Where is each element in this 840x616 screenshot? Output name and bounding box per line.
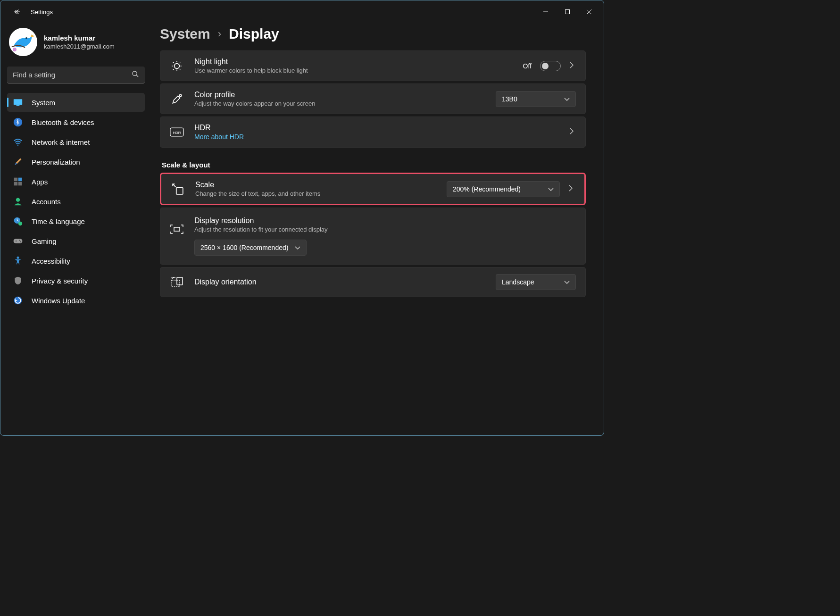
scale-icon — [171, 182, 185, 196]
color-profile-row[interactable]: Color profile Adjust the way colors appe… — [160, 83, 586, 114]
svg-point-17 — [16, 198, 20, 202]
svg-point-5 — [25, 37, 27, 39]
sidebar-item-label: Network & internet — [32, 138, 90, 146]
profile-block[interactable]: kamlesh kumar kamlesh2011@gmail.com — [7, 28, 145, 56]
svg-line-33 — [173, 62, 174, 63]
svg-point-12 — [17, 144, 19, 146]
orientation-icon — [170, 275, 184, 289]
svg-rect-14 — [18, 178, 22, 182]
titlebar: Settings — [0, 0, 604, 23]
resolution-value: 2560 × 1600 (Recommended) — [200, 244, 288, 251]
night-light-toggle[interactable] — [540, 61, 561, 71]
maximize-button[interactable] — [557, 4, 578, 19]
scale-dropdown[interactable]: 200% (Recommended) — [447, 181, 560, 197]
breadcrumb-parent[interactable]: System — [160, 26, 210, 42]
svg-line-35 — [173, 68, 174, 69]
sidebar-item-label: System — [32, 99, 55, 107]
svg-rect-40 — [176, 187, 183, 194]
system-icon — [13, 97, 23, 108]
update-icon — [13, 295, 23, 306]
hdr-row[interactable]: HDR HDR More about HDR — [160, 117, 586, 148]
chevron-right-icon[interactable] — [569, 127, 576, 137]
orientation-dropdown[interactable]: Landscape — [496, 274, 576, 290]
svg-rect-1 — [566, 10, 570, 14]
hdr-icon: HDR — [170, 125, 184, 139]
scale-title: Scale — [195, 181, 436, 189]
apps-icon — [13, 176, 23, 187]
svg-rect-42 — [171, 280, 180, 287]
gamepad-icon — [13, 236, 23, 246]
svg-point-26 — [17, 257, 19, 259]
sidebar: kamlesh kumar kamlesh2011@gmail.com Syst… — [0, 23, 151, 435]
close-button[interactable] — [578, 4, 600, 19]
breadcrumb-current: Display — [229, 26, 279, 42]
sidebar-item-label: Accounts — [32, 198, 61, 206]
resolution-sub: Adjust the resolution to fit your connec… — [194, 226, 576, 233]
profile-name: kamlesh kumar — [44, 34, 115, 42]
night-light-sub: Use warmer colors to help block blue lig… — [194, 67, 513, 74]
display-orientation-row[interactable]: Display orientation Landscape — [160, 267, 586, 297]
sidebar-item-network[interactable]: Network & internet — [7, 133, 145, 151]
resolution-dropdown[interactable]: 2560 × 1600 (Recommended) — [194, 240, 307, 256]
scale-value: 200% (Recommended) — [453, 185, 521, 193]
wifi-icon — [13, 137, 23, 147]
chevron-down-icon — [564, 95, 570, 103]
main-content: System › Display Night light Use warmer … — [151, 23, 604, 435]
orientation-title: Display orientation — [194, 278, 485, 286]
svg-rect-41 — [174, 227, 180, 231]
sidebar-item-apps[interactable]: Apps — [7, 172, 145, 191]
sidebar-item-windows-update[interactable]: Windows Update — [7, 291, 145, 310]
sidebar-item-bluetooth[interactable]: Bluetooth & devices — [7, 113, 145, 132]
svg-rect-10 — [17, 105, 20, 106]
search-input-wrapper[interactable] — [7, 67, 145, 83]
svg-point-6 — [13, 48, 17, 51]
svg-line-36 — [180, 62, 181, 63]
svg-point-7 — [133, 71, 137, 75]
sidebar-item-label: Apps — [32, 178, 48, 186]
hdr-title: HDR — [194, 124, 559, 132]
resolution-title: Display resolution — [194, 216, 576, 225]
sidebar-item-label: Time & language — [32, 217, 85, 225]
svg-rect-9 — [14, 99, 22, 105]
color-profile-dropdown[interactable]: 13B0 — [496, 91, 576, 107]
chevron-right-icon[interactable] — [569, 61, 576, 71]
svg-line-8 — [136, 75, 138, 77]
sidebar-item-personalization[interactable]: Personalization — [7, 152, 145, 171]
orientation-value: Landscape — [502, 278, 534, 286]
svg-rect-22 — [14, 239, 23, 243]
sidebar-item-privacy[interactable]: Privacy & security — [7, 271, 145, 290]
svg-rect-13 — [14, 178, 18, 182]
chevron-right-icon[interactable] — [568, 184, 575, 194]
color-profile-sub: Adjust the way colors appear on your scr… — [194, 100, 485, 107]
svg-point-28 — [175, 63, 180, 68]
color-profile-title: Color profile — [194, 91, 485, 99]
sidebar-item-accounts[interactable]: Accounts — [7, 192, 145, 211]
display-resolution-row[interactable]: Display resolution Adjust the resolution… — [160, 208, 586, 265]
chevron-right-icon: › — [218, 28, 221, 40]
sidebar-item-label: Gaming — [32, 237, 57, 245]
eyedropper-icon — [170, 92, 184, 106]
bluetooth-icon — [13, 117, 23, 127]
profile-email: kamlesh2011@gmail.com — [44, 43, 115, 50]
minimize-button[interactable] — [535, 4, 557, 19]
resolution-icon — [170, 222, 184, 236]
scale-row[interactable]: Scale Change the size of text, apps, and… — [160, 173, 586, 205]
sidebar-item-system[interactable]: System — [7, 93, 145, 112]
chevron-down-icon — [548, 185, 554, 193]
sidebar-item-label: Personalization — [32, 158, 80, 166]
back-button[interactable] — [13, 7, 22, 17]
chevron-down-icon — [295, 244, 300, 251]
sidebar-item-gaming[interactable]: Gaming — [7, 232, 145, 250]
svg-rect-15 — [14, 182, 18, 186]
sidebar-item-label: Privacy & security — [32, 277, 88, 285]
window-title: Settings — [31, 8, 53, 16]
night-light-row[interactable]: Night light Use warmer colors to help bl… — [160, 50, 586, 81]
color-profile-value: 13B0 — [502, 95, 517, 103]
sidebar-item-accessibility[interactable]: Accessibility — [7, 251, 145, 270]
sidebar-item-time-language[interactable]: Time & language — [7, 212, 145, 231]
search-icon — [132, 70, 139, 80]
search-input[interactable] — [13, 71, 132, 79]
svg-line-34 — [180, 68, 181, 69]
person-icon — [13, 196, 23, 207]
hdr-more-link[interactable]: More about HDR — [194, 133, 559, 141]
